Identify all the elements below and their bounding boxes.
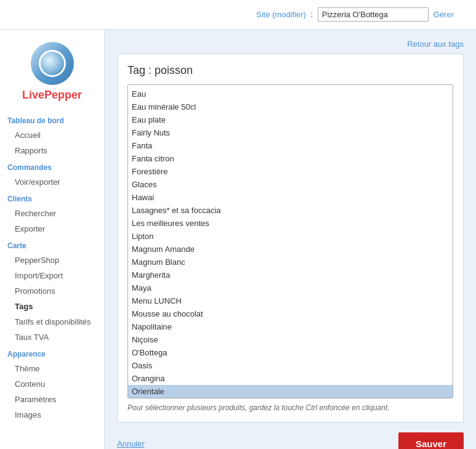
back-link[interactable]: Retour aux tags xyxy=(407,39,464,49)
sidebar-item-promotions[interactable]: Promotions xyxy=(0,283,104,299)
logo-area: LivePepper xyxy=(0,36,104,111)
hint-text: Pour sélectionner plusieurs produits, ga… xyxy=(127,403,453,412)
sidebar-item-peppershop[interactable]: PepperShop xyxy=(0,253,104,268)
section-title-carte: Carte xyxy=(0,237,104,253)
cancel-button[interactable]: Annuler xyxy=(117,439,145,448)
site-modifier-text[interactable]: (modifier) xyxy=(272,10,306,19)
section-title-clients: Clients xyxy=(0,190,104,206)
action-row: Annuler Sauver xyxy=(117,432,464,449)
save-button[interactable]: Sauver xyxy=(398,432,464,449)
sidebar-item-rapports[interactable]: Rapports xyxy=(0,143,104,158)
sidebar-item-voir-exporter[interactable]: Voir/exporter xyxy=(0,174,104,190)
logo-icon xyxy=(31,42,74,85)
main-content: Retour aux tags Tag : poisson CocaCoca z… xyxy=(105,30,476,449)
logo-live: Live xyxy=(22,89,44,101)
tag-title: Tag : poisson xyxy=(127,64,453,77)
sidebar: LivePepper Tableau de bord Accueil Rappo… xyxy=(0,30,105,449)
product-list[interactable]: CocaCoca zéroCookie DoughDessertsEauEau … xyxy=(127,84,453,398)
top-bar: Site (modifier) : Gérer xyxy=(0,0,476,30)
section-title-commandes: Commandes xyxy=(0,158,104,174)
main-layout: LivePepper Tableau de bord Accueil Rappo… xyxy=(0,30,476,449)
logo-text: LivePepper xyxy=(22,89,82,102)
section-title-tableau: Tableau de bord xyxy=(0,111,104,127)
manage-link[interactable]: Gérer xyxy=(434,10,454,19)
sidebar-item-exporter[interactable]: Exporter xyxy=(0,221,104,237)
sidebar-item-theme[interactable]: Thème xyxy=(0,361,104,376)
sidebar-item-tags[interactable]: Tags xyxy=(0,299,104,314)
sidebar-item-import-export[interactable]: Import/Export xyxy=(0,268,104,283)
section-title-apparence: Apparence xyxy=(0,345,104,361)
site-input[interactable] xyxy=(318,7,429,22)
sidebar-item-accueil[interactable]: Accueil xyxy=(0,127,104,143)
sidebar-item-parametres[interactable]: Paramètres xyxy=(0,392,104,407)
sidebar-item-rechercher[interactable]: Rechercher xyxy=(0,206,104,221)
content-box: Tag : poisson CocaCoca zéroCookie DoughD… xyxy=(117,54,464,423)
sidebar-item-contenu[interactable]: Contenu xyxy=(0,376,104,392)
logo-pepper: Pepper xyxy=(44,89,82,101)
sidebar-item-taux-tva[interactable]: Taux TVA xyxy=(0,330,104,345)
back-link-container: Retour aux tags xyxy=(117,39,464,49)
logo-inner-circle xyxy=(39,50,66,77)
sidebar-item-tarifs[interactable]: Tarifs et disponibilités xyxy=(0,314,104,330)
site-label: Site (modifier) : xyxy=(256,10,313,19)
site-selector: Site (modifier) : Gérer xyxy=(256,7,454,22)
sidebar-item-images[interactable]: Images xyxy=(0,407,104,423)
site-text: Site xyxy=(256,10,270,19)
